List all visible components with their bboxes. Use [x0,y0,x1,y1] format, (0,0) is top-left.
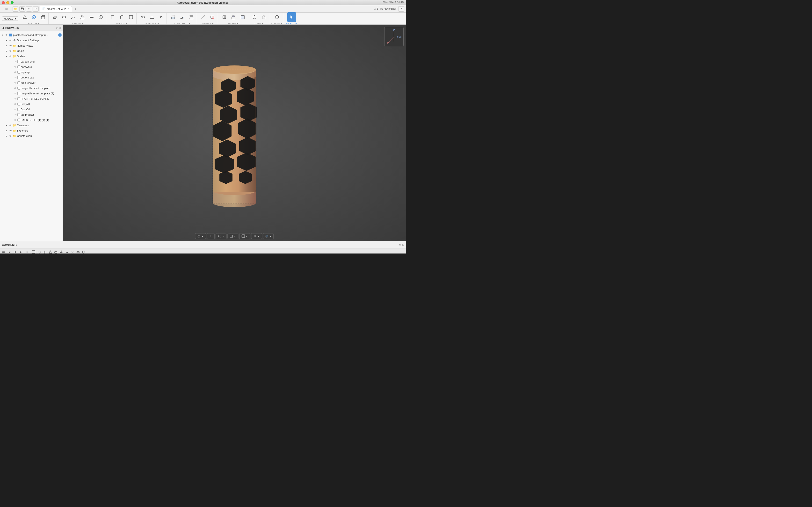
canvases-arrow[interactable] [5,124,8,127]
undo-button[interactable]: ↩ [26,6,32,12]
bottom-cap-checkbox[interactable] [17,76,20,79]
window-controls[interactable] [2,1,13,4]
open-file-button[interactable]: 📁 [12,6,18,12]
construction-eye[interactable]: 👁 [9,134,12,137]
browser-item-canvases[interactable]: 👁 📁 Canvases [0,123,63,128]
loft-button[interactable] [78,12,87,22]
effects-button[interactable]: ▼ [263,233,274,239]
offset-plane-button[interactable] [169,12,177,22]
tube-leftover-eye[interactable]: 👁 [13,81,17,84]
browser-collapse-button[interactable]: ◀ [2,26,4,29]
browser-settings-button[interactable]: ⚙ [56,26,58,29]
browser-item-origin[interactable]: 👁 📁 Origin [0,48,63,54]
orbit-button[interactable]: ▼ [195,233,206,239]
tube-leftover-checkbox[interactable] [17,81,20,84]
browser-expand-button[interactable]: ⊞ [59,26,61,29]
3d-print-button[interactable] [259,12,268,22]
top-bracket-eye[interactable]: 👁 [13,113,17,116]
pan-button[interactable] [207,233,215,239]
carbon-shell-checkbox[interactable] [17,60,20,63]
motion-link-button[interactable] [157,12,165,22]
go-to-start-button[interactable]: ⏮ [1,249,6,254]
browser-root-item[interactable]: 👁 prosthetis second attempt u... ● [0,32,63,38]
browser-item-body70[interactable]: 👁 Body70 [0,101,63,107]
browser-item-magnet-bracket-template-1[interactable]: 👁 magnet bracket template (1) [0,91,63,96]
nav-tool-4[interactable] [48,249,53,254]
origin-arrow[interactable] [5,49,8,53]
ground-button[interactable] [148,12,156,22]
midplane-button[interactable] [187,12,196,22]
model-selector[interactable]: MODEL ▼ [2,16,18,21]
front-shell-board-eye[interactable]: 👁 [13,97,17,101]
origin-eye[interactable]: 👁 [9,49,12,53]
bottom-cap-eye[interactable]: 👁 [13,76,17,79]
shading-button[interactable]: ▼ [251,233,262,239]
canvases-eye[interactable]: 👁 [9,124,12,127]
browser-item-construction[interactable]: 👁 📁 Construction [0,133,63,138]
interference-button[interactable] [208,12,217,22]
grid-menu-button[interactable]: ⊞ [2,6,11,12]
named-views-eye[interactable]: 👁 [9,44,12,47]
play-button[interactable]: ▶ [18,249,24,254]
front-shell-board-checkbox[interactable] [17,97,20,100]
construction-arrow[interactable] [5,134,8,137]
body84-eye[interactable]: 👁 [13,108,17,111]
make-button[interactable] [250,12,259,22]
browser-item-magnet-bracket-template[interactable]: 👁 magnet bracket template [0,86,63,91]
minimize-window-button[interactable] [6,1,9,4]
tab-close-button[interactable]: ✕ [67,7,69,10]
browser-item-tube-leftover[interactable]: 👁 tube leftover [0,80,63,86]
hardware-eye[interactable]: 👁 [13,65,17,68]
top-cap-eye[interactable]: 👁 [13,70,17,74]
named-views-arrow[interactable] [5,44,8,47]
browser-item-back-shell[interactable]: 👁 BACK SHELL (1) (1) (1) [0,117,63,123]
magnet-bracket-template-checkbox[interactable] [17,87,20,90]
browser-item-bottom-cap[interactable]: 👁 bottom cap [0,75,63,80]
browser-item-front-shell-board[interactable]: 👁 FRONT SHELL BOARD [0,96,63,101]
display-mode-button[interactable]: ▼ [239,233,250,239]
redo-button[interactable]: ↪ [33,6,39,12]
nav-tool-1[interactable] [31,249,36,254]
web-button[interactable] [96,12,105,22]
nav-tool-2[interactable] [37,249,42,254]
rib-button[interactable] [87,12,96,22]
sketches-eye[interactable]: 👁 [9,129,12,132]
insert-button[interactable] [220,12,229,22]
plane-at-angle-button[interactable] [178,12,187,22]
nav-tool-3[interactable] [42,249,47,254]
browser-item-top-bracket[interactable]: 👁 top bracket [0,112,63,117]
top-bracket-checkbox[interactable] [17,113,20,116]
chamfer-button[interactable] [117,12,126,22]
select-button[interactable] [287,12,296,22]
body84-checkbox[interactable] [17,108,20,111]
nav-tool-10[interactable] [81,249,86,254]
browser-item-body84[interactable]: 👁 Body84 [0,107,63,112]
3d-viewport[interactable]: Z RIGHT X ▼ ▼ [63,24,406,241]
carbon-shell-eye[interactable]: 👁 [13,60,17,63]
browser-item-named-views[interactable]: 👁 📁 Named Views [0,43,63,48]
add-ins-button[interactable] [272,12,281,22]
nav-tool-5[interactable] [53,249,58,254]
browser-item-document-settings[interactable]: 👁 ⚙ Document Settings [0,38,63,43]
document-settings-eye[interactable]: 👁 [9,39,12,42]
extrude-button[interactable] [51,12,59,22]
canvas-button[interactable] [238,12,247,22]
fit-button[interactable]: ▼ [227,233,238,239]
help-button[interactable]: ? [398,6,404,12]
measure-button[interactable] [199,12,208,22]
nav-tool-7[interactable] [64,249,69,254]
body70-eye[interactable]: 👁 [13,102,17,106]
3d-sketch-button[interactable] [39,12,47,22]
root-visibility-eye[interactable]: 👁 [5,33,8,37]
fillet-button[interactable] [108,12,117,22]
browser-item-carbon-shell[interactable]: 👁 carbon shell [0,59,63,64]
go-to-end-button[interactable]: ⏭ [24,249,30,254]
sweep-button[interactable] [69,12,78,22]
maximize-window-button[interactable] [11,1,13,4]
pause-button[interactable]: ⏸ [12,249,18,254]
revolve-button[interactable] [60,12,68,22]
save-button[interactable]: 💾 [19,6,25,12]
browser-item-sketches[interactable]: 👁 📁 Sketches [0,128,63,133]
back-shell-checkbox[interactable] [17,119,20,121]
document-settings-arrow[interactable] [5,39,8,42]
